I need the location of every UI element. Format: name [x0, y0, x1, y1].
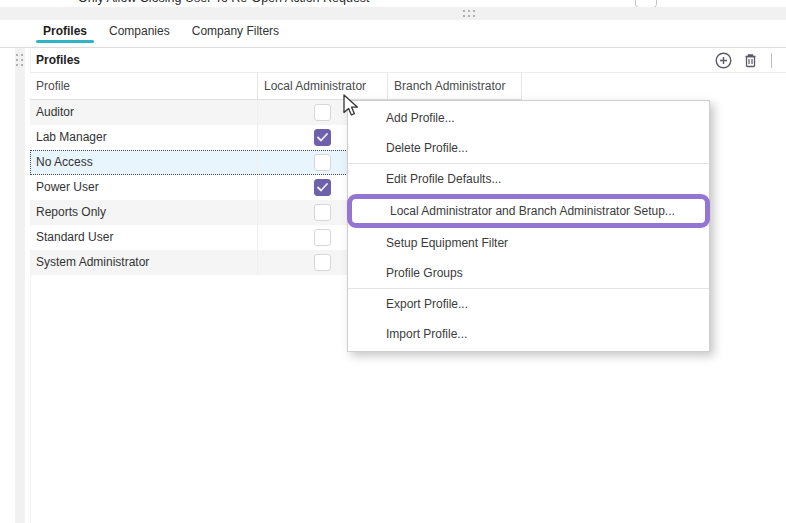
panel-title: Profiles	[36, 48, 80, 72]
profile-name-cell[interactable]: Auditor	[30, 100, 258, 125]
panel-toolbar	[715, 52, 772, 69]
column-header-profile[interactable]: Profile	[30, 73, 258, 99]
profiles-panel-header: Profiles	[30, 48, 786, 73]
tab-companies[interactable]: Companies	[98, 20, 181, 43]
tab-bar: Profiles Companies Company Filters	[32, 20, 290, 43]
tab-label: Company Filters	[192, 24, 279, 38]
local-administrator-checkbox[interactable]	[314, 179, 331, 196]
context-menu-item[interactable]: Setup Equipment Filter	[348, 228, 709, 258]
table-header-row: Profile Local Administrator Branch Admin…	[30, 73, 522, 100]
profile-name-cell[interactable]: No Access	[30, 150, 258, 175]
profile-name-cell[interactable]: Reports Only	[30, 200, 258, 225]
column-header-local-administrator[interactable]: Local Administrator	[258, 73, 388, 99]
drag-handle-icon[interactable]	[463, 10, 477, 17]
local-administrator-checkbox[interactable]	[314, 254, 331, 271]
profile-name-cell[interactable]: Lab Manager	[30, 125, 258, 150]
toolbar-separator	[771, 53, 772, 68]
checkmark-icon	[317, 183, 328, 192]
tab-label: Companies	[109, 24, 170, 38]
add-circle-icon[interactable]	[715, 52, 732, 69]
profiles-context-menu: Add Profile...Delete Profile...Edit Prof…	[347, 100, 710, 352]
column-header-branch-administrator[interactable]: Branch Administrator	[388, 73, 522, 99]
local-administrator-checkbox[interactable]	[314, 129, 331, 146]
section-divider	[0, 7, 786, 20]
local-administrator-checkbox[interactable]	[314, 104, 331, 121]
mouse-cursor	[341, 94, 363, 118]
panel-drag-handle-icon[interactable]	[16, 54, 23, 68]
tab-label: Profiles	[43, 24, 87, 38]
context-menu-item[interactable]: Add Profile...	[348, 103, 709, 133]
panel-left-gutter	[15, 48, 25, 523]
tab-company-filters[interactable]: Company Filters	[181, 20, 290, 43]
context-menu-item[interactable]: Export Profile...	[348, 289, 709, 319]
context-menu-item[interactable]: Delete Profile...	[348, 133, 709, 163]
profile-name-cell[interactable]: Power User	[30, 175, 258, 200]
context-menu-item[interactable]: Import Profile...	[348, 319, 709, 349]
active-tab-underline	[36, 40, 94, 43]
profile-name-cell[interactable]: System Administrator	[30, 250, 258, 275]
profile-name-cell[interactable]: Standard User	[30, 225, 258, 250]
local-administrator-checkbox[interactable]	[314, 229, 331, 246]
tab-profiles[interactable]: Profiles	[32, 20, 98, 43]
app-screen: Only Allow Closing User To Re-Open Actio…	[0, 0, 786, 523]
local-administrator-checkbox[interactable]	[314, 154, 331, 171]
context-menu-item[interactable]: Local Administrator and Branch Administr…	[347, 194, 710, 228]
checkmark-icon	[317, 133, 328, 142]
trash-icon[interactable]	[742, 52, 759, 69]
context-menu-item[interactable]: Profile Groups	[348, 258, 709, 288]
local-administrator-checkbox[interactable]	[314, 204, 331, 221]
context-menu-item[interactable]: Edit Profile Defaults...	[348, 164, 709, 194]
clipped-setting-label: Only Allow Closing User To Re-Open Actio…	[78, 0, 370, 5]
